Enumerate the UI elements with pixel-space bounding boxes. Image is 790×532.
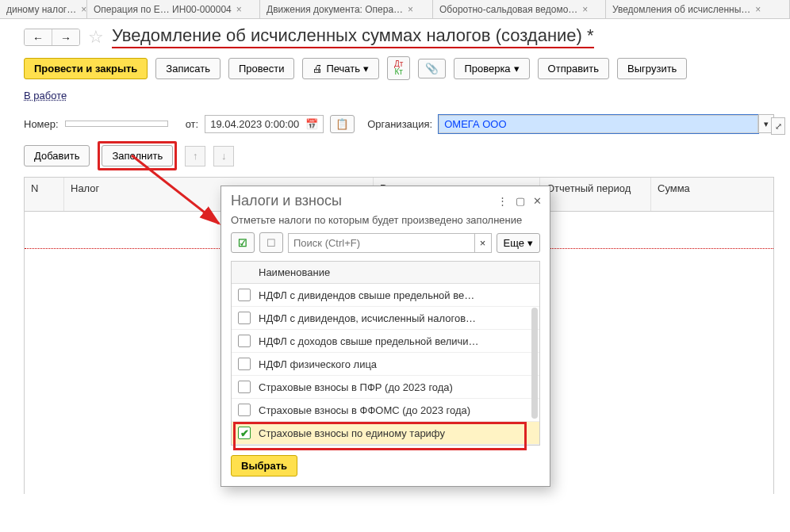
close-icon[interactable]: ×: [236, 4, 242, 15]
highlight-annotation: Заполнить: [98, 141, 177, 170]
list-rows: НДФЛ с дивидендов свыше предельной ве… Н…: [232, 284, 539, 445]
chevron-down-icon: ▾: [514, 63, 520, 75]
status-link[interactable]: В работе: [24, 90, 67, 101]
checkbox[interactable]: [238, 381, 251, 393]
print-button[interactable]: 🖨 Печать ▾: [302, 58, 379, 79]
popup-title: Налоги и взносы: [231, 193, 497, 209]
toolbar: Провести и закрыть Записать Провести 🖨 П…: [0, 52, 790, 88]
move-up-button[interactable]: ↑: [185, 146, 205, 166]
checkbox[interactable]: [238, 312, 251, 324]
schedule-icon-button[interactable]: 📋: [330, 115, 355, 133]
item-label: НДФЛ с дивидендов, исчисленный налогов…: [259, 312, 476, 324]
checkbox[interactable]: [238, 404, 251, 416]
print-label: Печать: [326, 63, 360, 75]
col-n: N: [25, 178, 64, 211]
list-item-selected[interactable]: Страховые взносы по единому тарифу: [232, 422, 539, 445]
clear-search-icon[interactable]: ×: [474, 233, 492, 253]
check-all-icon[interactable]: ☑: [231, 232, 255, 253]
check-button[interactable]: Проверка ▾: [454, 58, 529, 79]
close-icon[interactable]: ✕: [533, 195, 542, 207]
export-button[interactable]: Выгрузить: [617, 58, 687, 79]
tab-label: Оборотно-сальдовая ведомо…: [439, 4, 577, 15]
back-button[interactable]: ←: [25, 29, 52, 45]
list-item[interactable]: НДФЛ физического лица: [232, 353, 539, 376]
chevron-down-icon: ▾: [363, 63, 369, 75]
checkbox[interactable]: [238, 358, 251, 370]
number-label: Номер:: [24, 118, 59, 130]
search-input[interactable]: [288, 233, 474, 253]
popup-taxes: Налоги и взносы ⋮ ▢ ✕ Отметьте налоги по…: [221, 186, 550, 487]
list-item[interactable]: НДФЛ с доходов свыше предельной величи…: [232, 330, 539, 353]
more-button[interactable]: Еще ▾: [497, 233, 540, 253]
org-input[interactable]: ОМЕГА ООО: [439, 115, 758, 133]
org-label: Организация:: [367, 118, 432, 130]
move-down-button[interactable]: ↓: [213, 146, 234, 166]
paperclip-icon: 📎: [425, 63, 439, 75]
expand-icon[interactable]: ⤢: [771, 117, 785, 135]
far-right-icons: ⤢: [771, 117, 785, 135]
tab[interactable]: Уведомления об исчисленны… ×: [606, 0, 790, 18]
item-label: Страховые взносы в ПФР (до 2023 года): [259, 381, 453, 393]
tabs-bar: диному налог… × Операция по Е… ИН00-0000…: [0, 0, 790, 19]
col-sum: Сумма: [651, 178, 773, 211]
attachment-button[interactable]: 📎: [418, 59, 446, 78]
post-and-close-button[interactable]: Провести и закрыть: [24, 58, 148, 79]
chevron-down-icon: ▾: [527, 237, 533, 249]
col-name: Наименование: [259, 266, 330, 278]
popup-header: Налоги и взносы ⋮ ▢ ✕: [221, 186, 550, 212]
item-label: НДФЛ с дивидендов свыше предельной ве…: [259, 289, 474, 301]
printer-icon: 🖨: [313, 63, 323, 75]
star-icon[interactable]: ☆: [86, 27, 105, 48]
list-item[interactable]: Страховые взносы в ФФОМС (до 2023 года): [232, 399, 539, 422]
date-label: от:: [186, 118, 199, 130]
post-button[interactable]: Провести: [228, 58, 295, 79]
save-button[interactable]: Записать: [155, 58, 221, 79]
item-label: Страховые взносы в ФФОМС (до 2023 года): [259, 404, 470, 416]
dtkt-icon-button[interactable]: ДтКт: [387, 56, 410, 80]
list-item[interactable]: НДФЛ с дивидендов свыше предельной ве…: [232, 284, 539, 307]
checkbox-checked[interactable]: [238, 427, 251, 439]
item-label: Страховые взносы по единому тарифу: [259, 427, 445, 439]
more-vertical-icon[interactable]: ⋮: [497, 195, 508, 207]
tab-label: Уведомления об исчисленны…: [612, 4, 750, 15]
list-header: Наименование: [232, 262, 539, 284]
tab[interactable]: Движения документа: Опера… ×: [260, 0, 433, 18]
close-icon[interactable]: ×: [81, 4, 86, 15]
more-label: Еще: [504, 237, 524, 249]
date-input[interactable]: 19.04.2023 0:00:00 📅: [205, 115, 324, 133]
popup-toolbar: ☑ ☐ × Еще ▾: [221, 232, 550, 258]
tab[interactable]: Оборотно-сальдовая ведомо… ×: [433, 0, 606, 18]
checkbox[interactable]: [238, 335, 251, 347]
item-label: НДФЛ с доходов свыше предельной величи…: [259, 335, 479, 347]
close-icon[interactable]: ×: [755, 4, 761, 15]
popup-search: ×: [288, 233, 492, 253]
item-label: НДФЛ физического лица: [259, 358, 377, 370]
header: ← → ☆ Уведомление об исчисленных суммах …: [0, 19, 790, 52]
tab[interactable]: Операция по Е… ИН00-000004 ×: [87, 0, 260, 18]
add-button[interactable]: Добавить: [24, 145, 90, 166]
select-button[interactable]: Выбрать: [231, 455, 297, 477]
number-input[interactable]: [65, 121, 168, 127]
maximize-icon[interactable]: ▢: [516, 195, 525, 207]
scrollbar-thumb[interactable]: [531, 308, 538, 419]
close-icon[interactable]: ×: [408, 4, 413, 15]
tab-label: Движения документа: Опера…: [267, 4, 403, 15]
list-item[interactable]: НДФЛ с дивидендов, исчисленный налогов…: [232, 307, 539, 330]
close-icon[interactable]: ×: [582, 4, 588, 15]
action-row: Добавить Заполнить ↑ ↓: [0, 141, 790, 177]
popup-list: Наименование НДФЛ с дивидендов свыше пре…: [231, 261, 540, 446]
calendar-icon[interactable]: 📅: [305, 118, 318, 130]
form-row: Номер: от: 19.04.2023 0:00:00 📅 📋 Органи…: [0, 109, 790, 141]
fill-button[interactable]: Заполнить: [102, 145, 173, 166]
nav-buttons: ← →: [24, 29, 80, 46]
tab[interactable]: диному налог… ×: [0, 0, 87, 18]
checkbox[interactable]: [238, 289, 251, 301]
status-row: В работе: [0, 88, 790, 109]
date-value: 19.04.2023 0:00:00: [210, 118, 299, 130]
page-title: Уведомление об исчисленных суммах налого…: [112, 25, 594, 48]
tab-label: диному налог…: [6, 4, 76, 15]
uncheck-all-icon[interactable]: ☐: [259, 232, 283, 253]
send-button[interactable]: Отправить: [538, 58, 609, 79]
list-item[interactable]: Страховые взносы в ПФР (до 2023 года): [232, 376, 539, 399]
forward-button[interactable]: →: [52, 29, 79, 45]
